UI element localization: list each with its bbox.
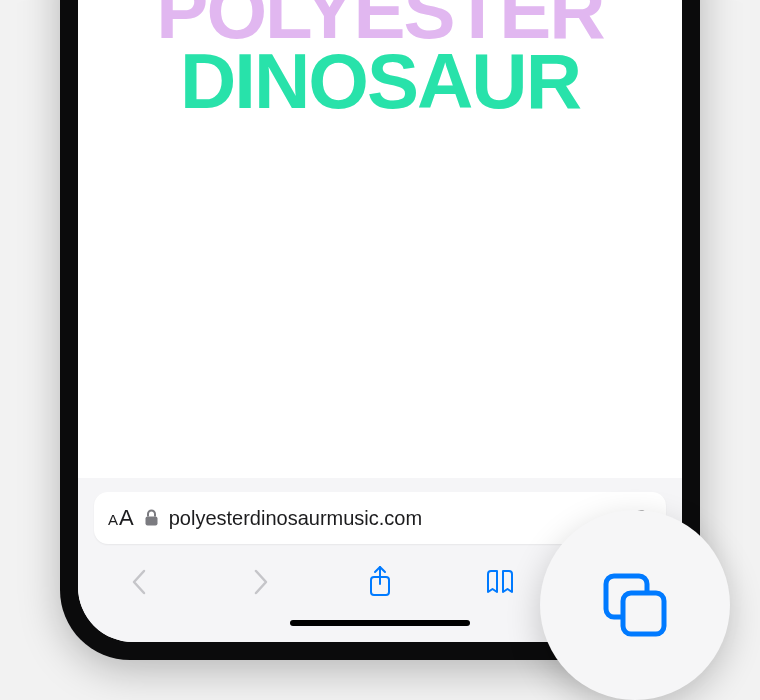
- text-size-large-a: A: [119, 505, 134, 531]
- webpage-content: POLYESTER DINOSAUR: [78, 0, 682, 478]
- svg-rect-5: [623, 593, 664, 634]
- svg-rect-0: [145, 517, 157, 526]
- share-button[interactable]: [356, 560, 404, 604]
- text-size-small-a: A: [108, 511, 118, 528]
- text-size-button[interactable]: A A: [108, 505, 134, 531]
- lock-icon: [144, 509, 159, 527]
- hero-text-line-2: DINOSAUR: [180, 44, 580, 118]
- url-text: polyesterdinosaurmusic.com: [169, 507, 620, 530]
- tabs-icon: [596, 566, 674, 644]
- home-indicator[interactable]: [290, 620, 470, 626]
- bookmarks-button[interactable]: [476, 560, 524, 604]
- tabs-callout: [540, 510, 730, 700]
- back-button[interactable]: [116, 560, 164, 604]
- forward-button[interactable]: [236, 560, 284, 604]
